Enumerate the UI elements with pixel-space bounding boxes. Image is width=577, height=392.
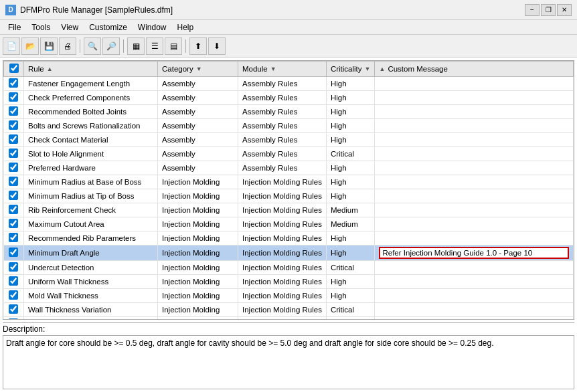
table-row[interactable]: Check Preferred ComponentsAssemblyAssemb… (4, 91, 574, 105)
row-checkbox-cell[interactable] (4, 77, 24, 91)
row-checkbox-cell[interactable] (4, 189, 24, 203)
row-checkbox[interactable] (9, 149, 18, 158)
table-row[interactable]: Bolts and Screws RationalizationAssembly… (4, 119, 574, 133)
row-custom-message[interactable] (375, 303, 574, 317)
header-category[interactable]: Category ▼ (158, 62, 238, 77)
menu-window[interactable]: Window (133, 21, 172, 33)
row-checkbox[interactable] (9, 163, 18, 172)
row-checkbox[interactable] (9, 304, 18, 314)
row-checkbox[interactable] (9, 248, 18, 257)
view-button[interactable]: ▤ (165, 37, 182, 55)
row-custom-message[interactable] (375, 231, 574, 246)
table-row[interactable]: Minimum Radius at Tip of BossInjection M… (4, 189, 574, 203)
minimize-button[interactable]: − (525, 4, 540, 16)
zoom-button[interactable]: 🔎 (102, 37, 120, 55)
save-button[interactable]: 💾 (40, 37, 58, 55)
header-rule[interactable]: Rule ▲ (24, 62, 158, 77)
row-checkbox[interactable] (9, 134, 18, 144)
menu-view[interactable]: View (56, 21, 84, 33)
table-row[interactable]: Uniform Wall ThicknessInjection MoldingI… (4, 275, 574, 289)
menu-tools[interactable]: Tools (26, 21, 56, 33)
row-checkbox[interactable] (9, 318, 18, 320)
import-button[interactable]: ⬇ (208, 37, 226, 55)
export-button[interactable]: ⬆ (189, 37, 207, 55)
row-custom-message[interactable] (375, 147, 574, 161)
select-all-checkbox[interactable] (9, 64, 19, 73)
table-row[interactable]: Slot to Hole AlignmentAssemblyAssembly R… (4, 147, 574, 161)
row-custom-message[interactable] (375, 317, 574, 320)
row-checkbox-cell[interactable] (4, 261, 24, 275)
row-checkbox-cell[interactable] (4, 105, 24, 119)
row-custom-message[interactable] (375, 261, 574, 275)
restore-button[interactable]: ❐ (541, 4, 556, 16)
custom-message-input[interactable] (379, 247, 569, 259)
row-custom-message[interactable] (375, 217, 574, 231)
table-row[interactable]: Wall Thickness VariationInjection Moldin… (4, 303, 574, 317)
row-checkbox[interactable] (9, 262, 18, 272)
table-row[interactable]: Preferred HardwareAssemblyAssembly Rules… (4, 161, 574, 175)
table-row[interactable]: Minimum Draft AngleInjection MoldingInje… (4, 246, 574, 261)
row-checkbox[interactable] (9, 233, 18, 242)
print-button[interactable]: 🖨 (59, 37, 76, 55)
row-checkbox-cell[interactable] (4, 246, 24, 261)
row-checkbox[interactable] (9, 177, 18, 186)
row-checkbox[interactable] (9, 219, 18, 228)
row-custom-message[interactable] (375, 203, 574, 217)
row-checkbox-cell[interactable] (4, 175, 24, 189)
header-criticality[interactable]: Criticality ▼ (326, 62, 375, 77)
list-button[interactable]: ☰ (146, 37, 163, 55)
table-row[interactable]: Check Contact MaterialAssemblyAssembly R… (4, 133, 574, 147)
row-checkbox-cell[interactable] (4, 203, 24, 217)
menu-customize[interactable]: Customize (84, 21, 133, 33)
row-checkbox-cell[interactable] (4, 217, 24, 231)
row-checkbox-cell[interactable] (4, 289, 24, 303)
row-checkbox-cell[interactable] (4, 91, 24, 105)
header-checkbox-cell[interactable] (4, 62, 24, 77)
row-custom-message[interactable] (375, 77, 574, 91)
table-row[interactable]: Undercut DetectionInjection MoldingInjec… (4, 261, 574, 275)
table-row[interactable]: Mold Wall ThicknessInjection MoldingInje… (4, 289, 574, 303)
row-custom-message[interactable] (375, 161, 574, 175)
row-checkbox[interactable] (9, 191, 18, 200)
row-checkbox[interactable] (9, 290, 18, 300)
new-button[interactable]: 📄 (3, 37, 20, 55)
row-custom-message[interactable] (375, 175, 574, 189)
menu-help[interactable]: Help (172, 21, 199, 33)
row-checkbox-cell[interactable] (4, 231, 24, 246)
row-checkbox-cell[interactable] (4, 317, 24, 320)
table-row[interactable]: Thickness at Tip of RibInjection Molding… (4, 317, 574, 320)
table-container[interactable]: Rule ▲ Category ▼ Module (3, 60, 574, 320)
header-module[interactable]: Module ▼ (238, 62, 327, 77)
row-checkbox-cell[interactable] (4, 275, 24, 289)
row-custom-message[interactable] (375, 289, 574, 303)
row-custom-message[interactable] (375, 189, 574, 203)
table-row[interactable]: Fastener Engagement LengthAssemblyAssemb… (4, 77, 574, 91)
table-row[interactable]: Rib Reinforcement CheckInjection Molding… (4, 203, 574, 217)
grid-button[interactable]: ▦ (127, 37, 145, 55)
row-custom-message[interactable] (375, 246, 574, 261)
row-checkbox[interactable] (9, 205, 18, 214)
open-button[interactable]: 📂 (21, 37, 39, 55)
row-checkbox-cell[interactable] (4, 147, 24, 161)
search-button[interactable]: 🔍 (84, 37, 101, 55)
row-checkbox-cell[interactable] (4, 119, 24, 133)
table-row[interactable]: Recommended Bolted JointsAssemblyAssembl… (4, 105, 574, 119)
row-checkbox-cell[interactable] (4, 303, 24, 317)
row-custom-message[interactable] (375, 91, 574, 105)
row-custom-message[interactable] (375, 275, 574, 289)
row-checkbox[interactable] (9, 78, 18, 88)
table-row[interactable]: Recommended Rib ParametersInjection Mold… (4, 231, 574, 246)
table-row[interactable]: Minimum Radius at Base of BossInjection … (4, 175, 574, 189)
row-custom-message[interactable] (375, 119, 574, 133)
header-custom-message[interactable]: ▲ Custom Message (375, 62, 574, 77)
table-row[interactable]: Maximum Cutout AreaInjection MoldingInje… (4, 217, 574, 231)
row-checkbox[interactable] (9, 120, 18, 130)
close-button[interactable]: ✕ (557, 4, 572, 16)
row-checkbox-cell[interactable] (4, 161, 24, 175)
row-checkbox-cell[interactable] (4, 133, 24, 147)
row-custom-message[interactable] (375, 133, 574, 147)
row-custom-message[interactable] (375, 105, 574, 119)
row-checkbox[interactable] (9, 276, 18, 286)
row-checkbox[interactable] (9, 106, 18, 116)
row-checkbox[interactable] (9, 92, 18, 102)
